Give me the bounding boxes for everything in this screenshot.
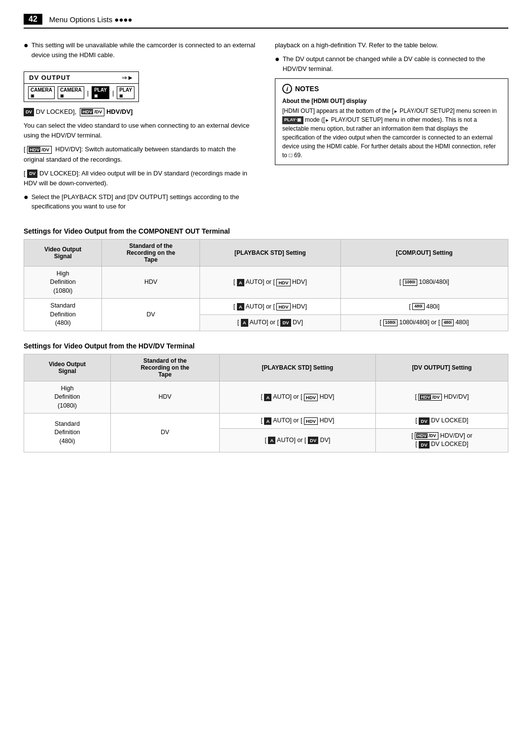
dv-badge-t2r3b: DV xyxy=(419,441,429,448)
hdv-badge-2: HDV xyxy=(276,303,290,310)
dv-badge-inline-1: DV xyxy=(280,319,291,326)
continuation-text: playback on a high-definition TV. Refer … xyxy=(275,40,508,50)
standard-dv-1: DV xyxy=(102,299,200,331)
page-title: Menu Options Lists ●●●● xyxy=(49,15,133,24)
col-video-output-2: Video OutputSignal xyxy=(24,354,111,381)
auto-badge-1: A xyxy=(237,279,244,286)
bullet-icon-2: ● xyxy=(24,192,29,211)
col-standard-2: Standard of theRecording on theTape xyxy=(110,354,219,381)
bullet-icon-1: ● xyxy=(24,40,29,60)
table-row: StandardDefinition(480i) DV [ A AUTO] or… xyxy=(24,413,508,429)
auto-badge-2: A xyxy=(237,303,244,310)
signal-hd: HighDefinition(1080i) xyxy=(24,266,102,299)
bullet-text-2: Select the [PLAYBACK STD] and [DV OUTPUT… xyxy=(32,192,257,211)
bullet-para-1: ● This setting will be unavailable while… xyxy=(24,40,257,60)
dv-output-header: DV OUTPUT ⇒► xyxy=(24,72,138,84)
dv-locked-para: [ DV DV LOCKED]: All video output will b… xyxy=(24,169,257,188)
dv-badge-t2: DV xyxy=(419,417,429,425)
para1: You can select the video standard to use… xyxy=(24,121,257,140)
col-comp-out: [COMP.OUT] Setting xyxy=(340,239,508,266)
dv-badge-inline-2: DV xyxy=(308,437,318,444)
playback-sd-2a: [ A AUTO] or [ HDV HDV] xyxy=(219,413,375,429)
playback-hd-2: [ A AUTO] or [ HDV HDV] xyxy=(219,381,375,413)
dv-locked-heading: DV DV LOCKED], HDV/DV HDV/DV] xyxy=(24,107,257,117)
hdvdv-badge-t2r1: HDV/DV xyxy=(418,394,442,401)
mode-camera1: CAMERA▣ xyxy=(28,86,55,99)
bullet-para-2: ● Select the [PLAYBACK STD] and [DV OUTP… xyxy=(24,192,257,211)
col-dv-output: [DV OUTPUT] Setting xyxy=(376,354,508,381)
mode-play-active: PLAY▣ xyxy=(92,86,109,99)
hdvdv-badge-1: HDV/DV xyxy=(80,108,104,116)
notes-box: i NOTES About the [HDMI OUT] display [HD… xyxy=(275,78,508,165)
col-standard-1: Standard of theRecording on theTape xyxy=(102,239,200,266)
table2-heading-text: Settings for Video Output from the HDV/D… xyxy=(24,342,195,350)
right-column: playback on a high-definition TV. Refer … xyxy=(275,40,508,216)
hdvdv-badge-2: HDV/DV xyxy=(27,146,52,154)
table-row: HighDefinition(1080i) HDV [ A AUTO] or [… xyxy=(24,266,508,299)
signal-sd: StandardDefinition(480i) xyxy=(24,299,102,331)
hdv-dv-terminal-table: Video OutputSignal Standard of theRecord… xyxy=(24,354,508,452)
play-badge-inline: ► xyxy=(394,109,398,114)
dv-out-sd-a: [ DV DV LOCKED] xyxy=(376,413,508,429)
hdv-badge-4: HDV xyxy=(304,417,318,425)
bullet-text-3: The DV output cannot be changed while a … xyxy=(283,54,508,73)
bullet-text-1: This setting will be unavailable while t… xyxy=(32,40,257,60)
left-column: ● This setting will be unavailable while… xyxy=(24,40,257,216)
play-mode-badge: PLAY·▣ xyxy=(282,116,303,124)
col-playback-std-2: [PLAYBACK STD] Setting xyxy=(219,354,375,381)
table1-heading: Settings for Video Output from the COMPO… xyxy=(24,227,508,235)
1080i-badge-2: 1080i xyxy=(383,319,398,326)
notes-subhead: About the [HDMI OUT] display xyxy=(282,98,501,104)
dv-out-hd: [ HDV/DV HDV/DV] xyxy=(376,381,508,413)
notes-header: i NOTES xyxy=(282,84,501,94)
dv-badge-1: DV xyxy=(24,108,34,116)
table2-heading: Settings for Video Output from the HDV/D… xyxy=(24,342,508,350)
dv-out-sd-b: [ HDV/DV HDV/DV] or [ DV DV LOCKED] xyxy=(376,428,508,452)
auto-badge-4: A xyxy=(264,394,271,401)
table1-heading-text: Settings for Video Output from the COMPO… xyxy=(24,227,230,235)
standard-hdv-2: HDV xyxy=(110,381,219,413)
standard-hdv-1: HDV xyxy=(102,266,200,299)
playback-hd-1: [ A AUTO] or [ HDV HDV] xyxy=(200,266,340,299)
480i-badge-2: 480i xyxy=(442,319,454,326)
hdvdv-label: HDV/DV] xyxy=(106,108,133,115)
comp-sd-1b: [ 1080i 1080i/480i] or [ 480i 480i] xyxy=(340,315,508,331)
mode-separator2: | xyxy=(112,89,114,97)
bullet-para-3: ● The DV output cannot be changed while … xyxy=(275,54,508,73)
mode-separator: | xyxy=(87,89,89,97)
dv-output-icon: ⇒► xyxy=(122,74,133,81)
hdv-badge-3: HDV xyxy=(304,394,318,401)
mode-play: PLAY▣ xyxy=(117,86,134,99)
mode-camera2: CAMERA▣ xyxy=(58,86,84,99)
auto-badge-5: A xyxy=(264,417,271,425)
480i-badge-1: 480i xyxy=(412,303,425,310)
dv-output-label: DV OUTPUT xyxy=(29,74,70,81)
hdv-badge-1: HDV xyxy=(276,279,290,286)
dv-output-modes: CAMERA▣ CAMERA▣ | PLAY▣ | PLAY▣ xyxy=(24,84,138,102)
auto-badge-3: A xyxy=(241,319,248,326)
playback-sd-2b: [ A AUTO] or [ DV DV] xyxy=(219,428,375,452)
comp-hd-1: [ 1080i 1080i/480i] xyxy=(340,266,508,299)
playback-sd-1a: [ A AUTO] or [ HDV HDV] xyxy=(200,299,340,315)
playback-sd-1b: [ A AUTO] or [ DV DV] xyxy=(200,315,340,331)
two-column-section: ● This setting will be unavailable while… xyxy=(24,40,508,216)
page-header: 42 Menu Options Lists ●●●● xyxy=(24,14,508,29)
table-row: StandardDefinition(480i) DV [ A AUTO] or… xyxy=(24,299,508,315)
notes-text: [HDMI OUT] appears at the bottom of the … xyxy=(282,106,501,160)
dv-badge-2: DV xyxy=(27,170,37,178)
notes-label: NOTES xyxy=(295,85,319,93)
page-number: 42 xyxy=(24,14,42,25)
component-out-table: Video OutputSignal Standard of theRecord… xyxy=(24,239,508,331)
auto-badge-6: A xyxy=(268,437,275,444)
comp-sd-1a: [ 480i 480i] xyxy=(340,299,508,315)
signal-hd-2: HighDefinition(1080i) xyxy=(24,381,111,413)
notes-icon: i xyxy=(282,84,292,94)
col-video-output-1: Video OutputSignal xyxy=(24,239,102,266)
hdv-dv-para: [ HDV/DV HDV/DV]: Switch automatically b… xyxy=(24,144,257,164)
page: 42 Menu Options Lists ●●●● ● This settin… xyxy=(0,0,532,756)
1080i-badge-1: 1080i xyxy=(403,279,417,286)
bullet-icon-3: ● xyxy=(275,54,280,73)
standard-dv-2: DV xyxy=(110,413,219,452)
table-row: HighDefinition(1080i) HDV [ A AUTO] or [… xyxy=(24,381,508,413)
hdvdv-badge-t2r3: HDV/DV xyxy=(415,432,438,440)
